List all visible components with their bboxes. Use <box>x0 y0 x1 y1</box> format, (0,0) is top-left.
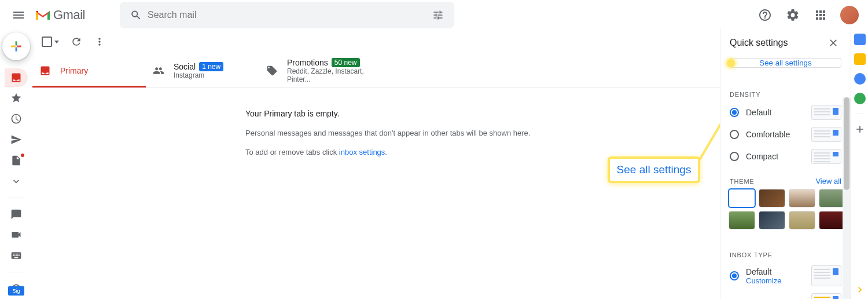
refresh-button[interactable] <box>71 36 82 48</box>
new-count-badge: 50 new <box>332 58 360 67</box>
new-count-badge: 1 new <box>199 62 223 71</box>
theme-grid <box>720 185 851 235</box>
search-bar[interactable] <box>120 2 454 28</box>
tab-promotions[interactable]: Promotions 50 new Reddit, Zazzle, Instac… <box>259 56 373 87</box>
sidebar-keyboard-button[interactable] <box>5 246 28 265</box>
sidebar-chat-button[interactable] <box>5 205 28 224</box>
inbox-type-option-default[interactable]: Default Customize <box>720 262 851 290</box>
tab-primary[interactable]: Primary <box>32 56 146 87</box>
density-option-default[interactable]: Default <box>720 101 851 123</box>
see-all-settings-button[interactable]: See all settings <box>730 58 841 68</box>
addon-divider <box>855 114 865 114</box>
theme-swatch[interactable] <box>819 211 845 229</box>
gmail-logo[interactable]: Gmail <box>35 8 85 23</box>
panel-scrollbar[interactable] <box>843 97 851 299</box>
density-section-title: DENSITY <box>720 84 851 101</box>
radio-icon <box>730 152 739 161</box>
theme-swatch[interactable] <box>759 189 785 207</box>
tab-subtext: Reddit, Zazzle, Instacart, Pinter... <box>287 67 366 83</box>
sidebar-item-starred[interactable] <box>5 89 28 108</box>
inbox-settings-link[interactable]: inbox settings <box>339 148 385 156</box>
tag-icon <box>266 65 278 76</box>
star-icon <box>10 92 22 104</box>
compose-button[interactable] <box>2 32 30 60</box>
theme-swatch[interactable] <box>759 211 785 229</box>
addon-get-addons-button[interactable] <box>854 123 866 135</box>
list-toolbar <box>32 28 720 56</box>
see-all-settings-label: See all settings <box>759 59 811 67</box>
sidebar-item-sent[interactable] <box>5 130 28 149</box>
sidebar-item-inbox[interactable] <box>5 68 28 87</box>
theme-swatch[interactable] <box>789 189 815 207</box>
density-option-comfortable[interactable]: Comfortable <box>720 123 851 145</box>
more-actions-button[interactable] <box>94 36 105 48</box>
support-button[interactable] <box>753 3 777 27</box>
inbox-type-section-title: INBOX TYPE <box>720 245 851 262</box>
density-option-label: Default <box>746 108 804 117</box>
theme-view-all-button[interactable]: View all <box>815 177 841 185</box>
density-option-compact[interactable]: Compact <box>720 145 851 167</box>
gear-icon <box>786 8 800 22</box>
hamburger-menu-button[interactable] <box>5 1 32 29</box>
theme-swatch[interactable] <box>789 211 815 229</box>
sidebar-meet-button[interactable] <box>5 226 28 245</box>
search-options-button[interactable] <box>426 9 450 21</box>
radio-icon <box>730 271 739 280</box>
addon-calendar-button[interactable] <box>854 34 866 45</box>
chevron-down-icon <box>54 41 59 43</box>
theme-swatch[interactable] <box>729 211 755 229</box>
select-all-checkbox[interactable] <box>38 37 59 47</box>
sidebar-item-snoozed[interactable] <box>5 110 28 128</box>
notification-dot-icon <box>21 154 24 157</box>
theme-section-title: THEME <box>730 178 755 185</box>
tab-social[interactable]: Social 1 new Instagram <box>146 56 259 87</box>
account-avatar[interactable] <box>840 6 859 24</box>
addon-sidebar <box>851 28 868 299</box>
density-preview-icon <box>811 149 841 164</box>
theme-swatch[interactable] <box>729 189 755 207</box>
inbox-type-label: Default <box>746 267 804 276</box>
callout-highlight: See all settings <box>608 156 700 183</box>
empty-cta-prefix: To add or remove tabs click <box>245 148 339 156</box>
close-panel-button[interactable] <box>827 36 841 50</box>
signed-in-badge[interactable]: Sig <box>8 286 24 296</box>
drafts-icon <box>10 155 22 166</box>
callout-label: See all settings <box>617 163 692 176</box>
customize-link[interactable]: Customize <box>746 276 804 285</box>
density-option-label: Compact <box>746 152 804 161</box>
apps-button[interactable] <box>809 3 832 27</box>
help-icon <box>758 8 772 22</box>
video-icon <box>10 229 22 240</box>
addon-collapse-button[interactable] <box>854 284 866 296</box>
apps-grid-icon <box>814 8 827 22</box>
sidebar-item-drafts[interactable] <box>5 151 28 170</box>
search-icon <box>124 9 148 21</box>
theme-swatch[interactable] <box>819 189 845 207</box>
sidebar-more-button[interactable] <box>5 172 28 191</box>
hamburger-icon <box>12 8 25 22</box>
checkbox-icon <box>42 37 52 47</box>
quick-settings-panel: Quick settings See all settings DENSITY … <box>720 28 851 299</box>
inbox-type-option-important[interactable]: Important first <box>720 290 851 299</box>
inbox-preview-icon <box>811 293 841 299</box>
plus-icon <box>854 123 866 135</box>
plus-multicolor-icon <box>9 39 24 54</box>
chat-bubble-icon <box>10 209 22 220</box>
radio-icon <box>730 130 739 139</box>
category-tabs: Primary Social 1 new Instagram Promotion… <box>32 56 720 88</box>
addon-keep-button[interactable] <box>854 53 866 65</box>
scrollbar-thumb-icon <box>844 97 849 190</box>
addon-contacts-button[interactable] <box>854 93 866 104</box>
chevron-down-icon <box>10 176 22 187</box>
search-input[interactable] <box>148 10 426 20</box>
empty-cta-suffix: . <box>385 148 387 156</box>
settings-button[interactable] <box>781 3 804 27</box>
density-option-label: Comfortable <box>746 130 804 139</box>
inbox-icon <box>10 72 22 83</box>
tune-icon <box>432 9 444 21</box>
addon-tasks-button[interactable] <box>854 73 866 85</box>
empty-subline: Personal messages and messages that don'… <box>245 129 720 137</box>
tab-label: Primary <box>60 66 88 75</box>
more-vert-icon <box>94 36 105 48</box>
gmail-wordmark: Gmail <box>53 8 85 23</box>
